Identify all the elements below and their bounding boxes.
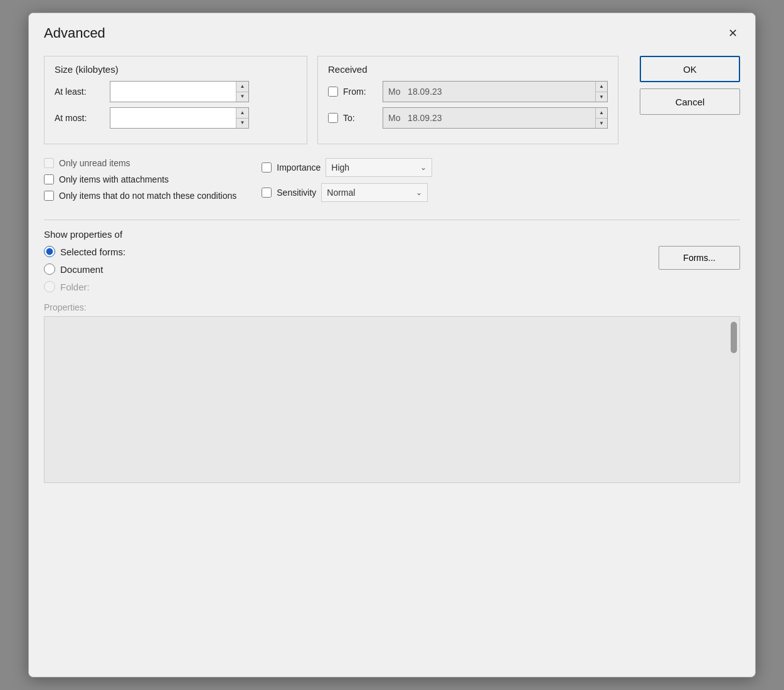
at-most-down-btn[interactable]: ▼	[236, 119, 248, 129]
at-least-label: At least:	[55, 87, 105, 97]
filters-section: Only unread items Only items with attach…	[44, 156, 740, 206]
title-bar: Advanced ✕	[29, 13, 755, 50]
at-most-spinner-btns: ▲ ▼	[236, 108, 248, 128]
importance-checkbox[interactable]	[262, 162, 272, 172]
from-date-btns: ▲ ▼	[595, 82, 607, 102]
importance-chevron-down-icon: ⌄	[420, 163, 426, 172]
close-button[interactable]: ✕	[723, 23, 743, 43]
size-section: Size (kilobytes) At least: ▲ ▼ At most:	[44, 56, 307, 144]
only-no-match-label: Only items that do not match these condi…	[59, 191, 236, 201]
selected-forms-row: Selected forms:	[44, 246, 659, 257]
sensitivity-row: Sensitivity Normal ⌄	[262, 183, 432, 202]
left-filters: Only unread items Only items with attach…	[44, 158, 236, 203]
at-least-spinner: ▲ ▼	[110, 81, 249, 102]
only-no-match-checkbox[interactable]	[44, 191, 54, 201]
at-most-up-btn[interactable]: ▲	[236, 108, 248, 119]
only-attachments-label: Only items with attachments	[59, 174, 169, 184]
at-least-spinner-btns: ▲ ▼	[236, 82, 248, 102]
top-section: Size (kilobytes) At least: ▲ ▼ At most:	[44, 56, 740, 144]
to-date-down-btn[interactable]: ▼	[596, 119, 607, 129]
buttons-section: OK Cancel	[630, 56, 740, 115]
sensitivity-dropdown[interactable]: Normal ⌄	[321, 183, 428, 202]
from-row: From: ▲ ▼	[328, 81, 608, 102]
dialog-title: Advanced	[44, 25, 105, 41]
sensitivity-value: Normal	[327, 188, 413, 198]
folder-label: Folder:	[60, 282, 90, 292]
from-date-down-btn[interactable]: ▼	[596, 92, 607, 102]
right-filters: Importance High ⌄ Sensitivity Normal ⌄	[262, 158, 432, 203]
at-least-down-btn[interactable]: ▼	[236, 92, 248, 102]
cancel-button[interactable]: Cancel	[640, 88, 740, 115]
selected-forms-radio[interactable]	[44, 246, 55, 257]
separator	[44, 220, 740, 220]
to-row: To: ▲ ▼	[328, 107, 608, 129]
only-unread-checkbox[interactable]	[44, 158, 54, 168]
importance-value: High	[331, 162, 418, 172]
only-no-match-row: Only items that do not match these condi…	[44, 191, 236, 201]
document-row: Document	[44, 263, 659, 275]
sensitivity-checkbox[interactable]	[262, 188, 272, 198]
to-date-btns: ▲ ▼	[595, 108, 607, 128]
to-date-input[interactable]	[383, 108, 595, 128]
properties-label: Properties:	[44, 302, 740, 312]
from-checkbox[interactable]	[328, 87, 338, 97]
document-label: Document	[60, 264, 103, 275]
to-checkbox[interactable]	[328, 113, 338, 123]
folder-radio[interactable]	[44, 281, 55, 292]
to-label: To:	[343, 113, 378, 123]
received-section: Received From: ▲ ▼ To:	[317, 56, 618, 144]
received-section-label: Received	[328, 64, 608, 75]
to-date-up-btn[interactable]: ▲	[596, 108, 607, 119]
size-section-label: Size (kilobytes)	[55, 64, 297, 75]
show-properties-section: Show properties of Selected forms: Docum…	[44, 229, 740, 489]
properties-textarea[interactable]	[45, 317, 739, 480]
show-properties-row: Selected forms: Document Folder: Forms..…	[44, 246, 740, 292]
properties-textarea-wrap	[44, 316, 740, 483]
dialog-body: Size (kilobytes) At least: ▲ ▼ At most:	[29, 50, 755, 677]
at-most-input[interactable]	[110, 108, 236, 128]
selected-forms-label: Selected forms:	[60, 247, 125, 257]
at-most-spinner: ▲ ▼	[110, 107, 249, 129]
document-radio[interactable]	[44, 263, 55, 275]
forms-button[interactable]: Forms...	[659, 246, 740, 270]
to-date-spinner: ▲ ▼	[383, 107, 608, 129]
from-date-up-btn[interactable]: ▲	[596, 82, 607, 92]
sensitivity-chevron-down-icon: ⌄	[416, 188, 422, 197]
advanced-dialog: Advanced ✕ Size (kilobytes) At least: ▲ …	[28, 13, 756, 677]
radio-group: Selected forms: Document Folder:	[44, 246, 659, 292]
folder-row: Folder:	[44, 281, 659, 292]
from-label: From:	[343, 87, 378, 97]
at-most-label: At most:	[55, 113, 105, 123]
from-date-spinner: ▲ ▼	[383, 81, 608, 102]
ok-button[interactable]: OK	[640, 56, 740, 82]
at-least-row: At least: ▲ ▼	[55, 81, 297, 102]
at-most-row: At most: ▲ ▼	[55, 107, 297, 129]
importance-label: Importance	[277, 162, 320, 172]
at-least-input[interactable]	[110, 82, 236, 102]
sensitivity-label: Sensitivity	[277, 188, 316, 198]
scrollbar-thumb[interactable]	[731, 322, 737, 353]
importance-row: Importance High ⌄	[262, 158, 432, 177]
importance-dropdown[interactable]: High ⌄	[326, 158, 432, 177]
show-properties-header: Show properties of	[44, 229, 740, 240]
only-attachments-row: Only items with attachments	[44, 174, 236, 184]
at-least-up-btn[interactable]: ▲	[236, 82, 248, 92]
only-attachments-checkbox[interactable]	[44, 174, 54, 184]
only-unread-row: Only unread items	[44, 158, 236, 168]
from-date-input[interactable]	[383, 82, 595, 102]
only-unread-label: Only unread items	[59, 158, 130, 168]
